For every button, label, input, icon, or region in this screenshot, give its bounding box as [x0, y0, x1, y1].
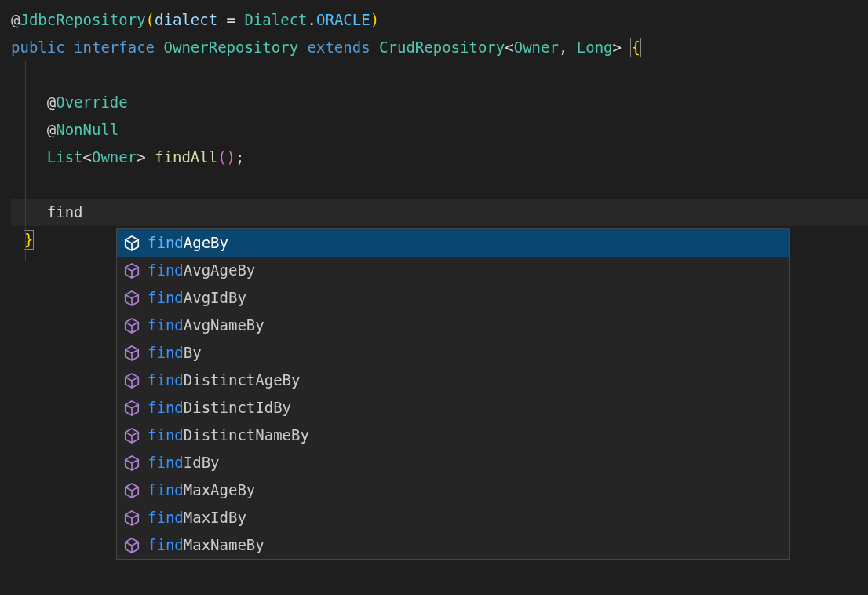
code-line-empty[interactable] [11, 61, 868, 89]
at-symbol: @ [11, 6, 20, 34]
autocomplete-rest: DistinctNameBy [184, 422, 309, 449]
autocomplete-match: find [148, 367, 184, 394]
at-symbol: @ [47, 89, 56, 116]
autocomplete-rest: AvgIdBy [184, 284, 246, 312]
autocomplete-rest: DistinctIdBy [184, 394, 291, 422]
code-editor[interactable]: @JdbcRepository(dialect = Dialect.ORACLE… [0, 0, 868, 254]
method-name: findAll [155, 144, 217, 171]
autocomplete-match: find [148, 531, 184, 559]
parens: () [217, 144, 235, 171]
autocomplete-match: find [148, 284, 184, 312]
code-line-active[interactable]: find [11, 199, 868, 226]
equals: = [217, 6, 244, 34]
autocomplete-match: find [148, 449, 184, 476]
autocomplete-match: find [148, 229, 184, 257]
generic-type: Owner [514, 34, 559, 61]
code-line-2[interactable]: public interface OwnerRepository extends… [11, 34, 868, 61]
class-name: OwnerRepository [164, 34, 299, 61]
annotation-name: Override [56, 89, 128, 116]
code-line-1[interactable]: @JdbcRepository(dialect = Dialect.ORACLE… [11, 6, 868, 34]
lt: < [505, 34, 513, 61]
method-icon [123, 427, 140, 444]
method-icon [123, 262, 140, 279]
autocomplete-match: find [148, 394, 184, 422]
autocomplete-rest: By [184, 339, 202, 367]
generic-type: Long [577, 34, 613, 61]
method-icon [123, 482, 140, 499]
annotation-name: NonNull [56, 116, 119, 144]
keyword-interface: interface [74, 34, 155, 61]
keyword-public: public [11, 34, 65, 61]
enum-value: ORACLE [316, 6, 370, 34]
autocomplete-item[interactable]: findAgeBy [117, 229, 789, 257]
gt: > [137, 144, 145, 171]
method-icon [123, 454, 140, 472]
method-icon [123, 345, 140, 362]
method-icon [123, 400, 140, 417]
at-symbol: @ [47, 116, 56, 144]
autocomplete-rest: AvgAgeBy [184, 257, 256, 284]
autocomplete-match: find [148, 339, 184, 367]
typed-text: find [47, 199, 83, 226]
autocomplete-item[interactable]: findMaxIdBy [117, 504, 789, 531]
autocomplete-rest: MaxAgeBy [184, 476, 256, 504]
autocomplete-item[interactable]: findAvgNameBy [117, 312, 789, 339]
autocomplete-item[interactable]: findIdBy [117, 449, 789, 476]
annotation-name: JdbcRepository [20, 6, 145, 34]
generic-type: Owner [92, 144, 137, 171]
code-line-6[interactable]: List<Owner> findAll(); [11, 144, 868, 171]
autocomplete-item[interactable]: findMaxNameBy [117, 531, 789, 559]
gt: > [613, 34, 622, 61]
code-line-4[interactable]: @Override [11, 89, 868, 116]
autocomplete-rest: AvgNameBy [184, 312, 264, 339]
autocomplete-rest: MaxNameBy [184, 531, 264, 559]
autocomplete-match: find [148, 476, 184, 504]
autocomplete-item[interactable]: findAvgAgeBy [117, 257, 789, 284]
method-icon [123, 509, 140, 527]
keyword-extends: extends [308, 34, 370, 61]
lparen: ( [146, 6, 155, 34]
method-icon [123, 372, 140, 389]
param-name: dialect [155, 6, 217, 34]
autocomplete-item[interactable]: findDistinctNameBy [117, 422, 789, 449]
method-icon [123, 317, 140, 334]
method-icon [123, 235, 140, 252]
semicolon: ; [235, 144, 244, 171]
autocomplete-match: find [148, 257, 184, 284]
autocomplete-rest: IdBy [184, 449, 220, 476]
type-name: Dialect [244, 6, 307, 34]
class-name: CrudRepository [379, 34, 505, 61]
autocomplete-item[interactable]: findDistinctAgeBy [117, 367, 789, 394]
method-icon [123, 290, 140, 307]
comma: , [559, 34, 577, 61]
autocomplete-match: find [148, 422, 184, 449]
dot: . [308, 6, 316, 34]
autocomplete-match: find [148, 312, 184, 339]
method-icon [123, 537, 140, 554]
code-line-5[interactable]: @NonNull [11, 116, 868, 144]
autocomplete-match: find [148, 504, 184, 531]
autocomplete-rest: AgeBy [184, 229, 228, 257]
lt: < [83, 144, 92, 171]
type-list: List [47, 144, 83, 171]
autocomplete-item[interactable]: findBy [117, 339, 789, 367]
autocomplete-rest: MaxIdBy [184, 504, 246, 531]
autocomplete-item[interactable]: findDistinctIdBy [117, 394, 789, 422]
rparen: ) [370, 6, 379, 34]
autocomplete-rest: DistinctAgeBy [184, 367, 301, 394]
autocomplete-popup[interactable]: findAgeByfindAvgAgeByfindAvgIdByfindAvgN… [116, 228, 790, 560]
autocomplete-item[interactable]: findAvgIdBy [117, 284, 789, 312]
indent-guide [25, 61, 26, 261]
open-brace: { [630, 38, 640, 57]
code-line-empty[interactable] [11, 171, 868, 199]
autocomplete-item[interactable]: findMaxAgeBy [117, 476, 789, 504]
